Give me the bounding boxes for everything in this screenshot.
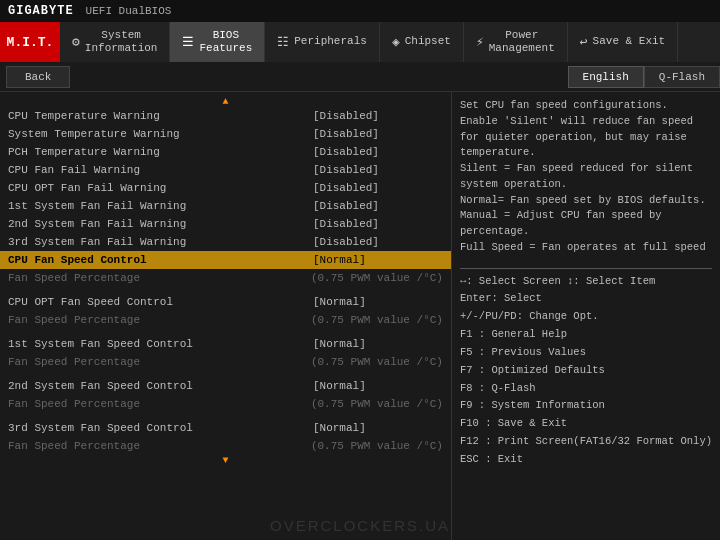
table-row[interactable]: CPU Fan Fail Warning [Disabled]: [0, 161, 451, 179]
table-row[interactable]: 1st System Fan Speed Control [Normal]: [0, 335, 451, 353]
shortcut-row: ESC : Exit: [460, 451, 712, 469]
nav-power-line2: Management: [489, 42, 555, 55]
table-row[interactable]: CPU Temperature Warning [Disabled]: [0, 107, 451, 125]
nav-bar: M.I.T. ⚙ System Information ☰ BIOS Featu…: [0, 22, 720, 62]
main-area: ▲ CPU Temperature Warning [Disabled] Sys…: [0, 92, 720, 540]
cpu-fan-speed-control-row[interactable]: CPU Fan Speed Control [Normal]: [0, 251, 451, 269]
nav-system-info-line2: Information: [85, 42, 158, 55]
power-icon: ⚡: [476, 34, 484, 50]
bios-features-icon: ☰: [182, 34, 194, 50]
language-button[interactable]: English: [568, 66, 644, 88]
table-row[interactable]: 2nd System Fan Fail Warning [Disabled]: [0, 215, 451, 233]
table-row: Fan Speed Percentage (0.75 PWM value /°C…: [0, 437, 451, 455]
shortcut-list: ↔: Select Screen ↕: Select Item Enter: S…: [460, 273, 712, 469]
help-description: Set CPU fan speed configurations. Enable…: [460, 98, 712, 256]
shortcut-row: F12 : Print Screen(FAT16/32 Format Only): [460, 433, 712, 451]
nav-peripherals[interactable]: ☷ Peripherals: [265, 22, 380, 62]
shortcut-row: F10 : Save & Exit: [460, 415, 712, 433]
table-row[interactable]: System Temperature Warning [Disabled]: [0, 125, 451, 143]
shortcut-row: F5 : Previous Values: [460, 344, 712, 362]
scroll-up-arrow: ▲: [0, 96, 451, 107]
save-exit-icon: ↩: [580, 34, 588, 50]
table-row: Fan Speed Percentage (0.75 PWM value /°C…: [0, 311, 451, 329]
table-row[interactable]: PCH Temperature Warning [Disabled]: [0, 143, 451, 161]
nav-chipset[interactable]: ◈ Chipset: [380, 22, 464, 62]
table-row[interactable]: 2nd System Fan Speed Control [Normal]: [0, 377, 451, 395]
nav-mit[interactable]: M.I.T.: [0, 22, 60, 62]
nav-save-exit-label: Save & Exit: [593, 35, 666, 48]
chipset-icon: ◈: [392, 34, 400, 50]
dualbios-label: UEFI DualBIOS: [86, 5, 172, 17]
shortcut-row: Enter: Select: [460, 290, 712, 308]
system-info-icon: ⚙: [72, 34, 80, 50]
nav-power-mgmt[interactable]: ⚡ Power Management: [464, 22, 568, 62]
table-row[interactable]: CPU OPT Fan Fail Warning [Disabled]: [0, 179, 451, 197]
shortcut-row: +/-/PU/PD: Change Opt.: [460, 308, 712, 326]
nav-bios-features-line1: BIOS: [199, 29, 252, 42]
top-bar: GIGABYTE UEFI DualBIOS: [0, 0, 720, 22]
divider: [460, 268, 712, 269]
scroll-down-arrow: ▼: [0, 455, 451, 466]
shortcut-row: F1 : General Help: [460, 326, 712, 344]
table-row[interactable]: CPU OPT Fan Speed Control [Normal]: [0, 293, 451, 311]
table-row: Fan Speed Percentage (0.75 PWM value /°C…: [0, 395, 451, 413]
right-panel: Set CPU fan speed configurations. Enable…: [452, 92, 720, 540]
table-row[interactable]: 3rd System Fan Fail Warning [Disabled]: [0, 233, 451, 251]
table-row[interactable]: 3rd System Fan Speed Control [Normal]: [0, 419, 451, 437]
shortcut-row: F9 : System Information: [460, 397, 712, 415]
second-bar: Back English Q-Flash: [0, 62, 720, 92]
watermark: OVERCLOCKERS.UA: [270, 517, 450, 534]
nav-chipset-label: Chipset: [405, 35, 451, 48]
nav-peripherals-label: Peripherals: [294, 35, 367, 48]
nav-save-exit[interactable]: ↩ Save & Exit: [568, 22, 678, 62]
shortcut-row: ↔: Select Screen ↕: Select Item: [460, 273, 712, 291]
brand-label: GIGABYTE: [8, 4, 74, 18]
peripherals-icon: ☷: [277, 34, 289, 50]
shortcut-row: F8 : Q-Flash: [460, 380, 712, 398]
table-row[interactable]: 1st System Fan Fail Warning [Disabled]: [0, 197, 451, 215]
back-button[interactable]: Back: [6, 66, 70, 88]
nav-power-line1: Power: [489, 29, 555, 42]
qflash-button[interactable]: Q-Flash: [644, 66, 720, 88]
nav-bios-features[interactable]: ☰ BIOS Features: [170, 22, 265, 62]
nav-system-info[interactable]: ⚙ System Information: [60, 22, 170, 62]
table-row: Fan Speed Percentage (0.75 PWM value /°C…: [0, 269, 451, 287]
table-row: Fan Speed Percentage (0.75 PWM value /°C…: [0, 353, 451, 371]
nav-bios-features-line2: Features: [199, 42, 252, 55]
left-panel: ▲ CPU Temperature Warning [Disabled] Sys…: [0, 92, 452, 540]
shortcut-row: F7 : Optimized Defaults: [460, 362, 712, 380]
nav-system-info-line1: System: [85, 29, 158, 42]
lang-area: English Q-Flash: [568, 66, 720, 88]
